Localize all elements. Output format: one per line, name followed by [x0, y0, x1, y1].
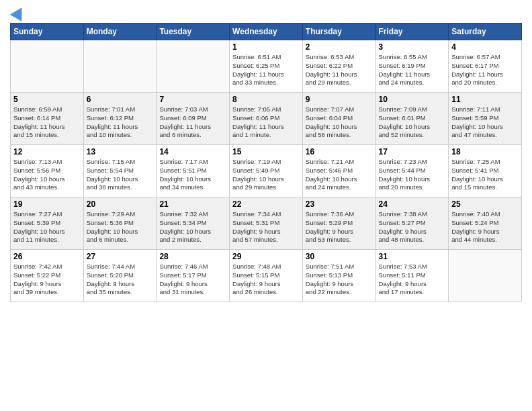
day-number: 31	[379, 252, 446, 261]
day-content: Sunrise: 7:48 AM Sunset: 5:15 PM Dayligh…	[232, 263, 300, 297]
day-number: 28	[159, 252, 226, 261]
day-number: 23	[306, 199, 373, 209]
day-content: Sunrise: 7:46 AM Sunset: 5:17 PM Dayligh…	[159, 263, 226, 297]
logo-arrow-icon	[10, 4, 28, 21]
day-number: 29	[232, 252, 300, 261]
calendar-cell	[449, 250, 522, 302]
calendar-cell: 1Sunrise: 6:51 AM Sunset: 6:25 PM Daylig…	[230, 40, 303, 93]
day-content: Sunrise: 7:05 AM Sunset: 6:06 PM Dayligh…	[232, 105, 300, 140]
day-number: 13	[87, 147, 154, 156]
calendar-week-row: 26Sunrise: 7:42 AM Sunset: 5:22 PM Dayli…	[11, 250, 522, 302]
day-number: 22	[232, 199, 300, 209]
calendar-cell: 26Sunrise: 7:42 AM Sunset: 5:22 PM Dayli…	[11, 250, 84, 302]
calendar-cell: 30Sunrise: 7:51 AM Sunset: 5:13 PM Dayli…	[302, 250, 375, 302]
day-content: Sunrise: 7:53 AM Sunset: 5:11 PM Dayligh…	[379, 263, 446, 297]
day-content: Sunrise: 7:15 AM Sunset: 5:54 PM Dayligh…	[87, 158, 154, 192]
calendar-cell: 11Sunrise: 7:11 AM Sunset: 5:59 PM Dayli…	[449, 93, 522, 145]
calendar-cell: 27Sunrise: 7:44 AM Sunset: 5:20 PM Dayli…	[83, 250, 157, 302]
calendar-cell: 15Sunrise: 7:19 AM Sunset: 5:49 PM Dayli…	[230, 145, 303, 197]
day-content: Sunrise: 7:29 AM Sunset: 5:36 PM Dayligh…	[87, 210, 154, 244]
day-number: 19	[13, 199, 81, 209]
calendar-cell: 29Sunrise: 7:48 AM Sunset: 5:15 PM Dayli…	[230, 250, 303, 302]
day-content: Sunrise: 7:19 AM Sunset: 5:49 PM Dayligh…	[232, 158, 300, 192]
calendar-week-row: 5Sunrise: 6:59 AM Sunset: 6:14 PM Daylig…	[11, 93, 522, 145]
day-content: Sunrise: 7:25 AM Sunset: 5:41 PM Dayligh…	[451, 158, 519, 192]
calendar-cell: 18Sunrise: 7:25 AM Sunset: 5:41 PM Dayli…	[449, 145, 522, 197]
calendar-cell: 22Sunrise: 7:34 AM Sunset: 5:31 PM Dayli…	[230, 197, 303, 250]
weekday-header-friday: Friday	[375, 24, 449, 40]
day-content: Sunrise: 7:36 AM Sunset: 5:29 PM Dayligh…	[306, 210, 373, 244]
day-content: Sunrise: 7:27 AM Sunset: 5:39 PM Dayligh…	[13, 210, 81, 244]
weekday-header-thursday: Thursday	[302, 24, 375, 40]
day-number: 12	[13, 147, 81, 156]
calendar-cell: 2Sunrise: 6:53 AM Sunset: 6:22 PM Daylig…	[302, 40, 375, 93]
calendar-cell: 16Sunrise: 7:21 AM Sunset: 5:46 PM Dayli…	[302, 145, 375, 197]
day-content: Sunrise: 7:09 AM Sunset: 6:01 PM Dayligh…	[379, 105, 446, 140]
calendar-week-row: 19Sunrise: 7:27 AM Sunset: 5:39 PM Dayli…	[11, 197, 522, 250]
day-content: Sunrise: 6:59 AM Sunset: 6:14 PM Dayligh…	[13, 105, 81, 140]
day-content: Sunrise: 7:44 AM Sunset: 5:20 PM Dayligh…	[87, 263, 154, 297]
calendar-cell: 9Sunrise: 7:07 AM Sunset: 6:04 PM Daylig…	[302, 93, 375, 145]
logo	[10, 7, 26, 17]
day-content: Sunrise: 7:32 AM Sunset: 5:34 PM Dayligh…	[159, 210, 226, 244]
calendar-cell: 10Sunrise: 7:09 AM Sunset: 6:01 PM Dayli…	[375, 93, 449, 145]
day-number: 1	[232, 42, 300, 52]
calendar-cell	[157, 40, 230, 93]
day-number: 6	[87, 95, 154, 104]
weekday-header-tuesday: Tuesday	[157, 24, 230, 40]
weekday-header-wednesday: Wednesday	[230, 24, 303, 40]
day-content: Sunrise: 7:03 AM Sunset: 6:09 PM Dayligh…	[159, 105, 226, 140]
day-number: 10	[379, 95, 446, 104]
day-number: 21	[159, 199, 226, 209]
day-content: Sunrise: 7:38 AM Sunset: 5:27 PM Dayligh…	[379, 210, 446, 244]
calendar-week-row: 1Sunrise: 6:51 AM Sunset: 6:25 PM Daylig…	[11, 40, 522, 93]
day-number: 14	[159, 147, 226, 156]
day-number: 5	[13, 95, 81, 104]
calendar-cell: 3Sunrise: 6:55 AM Sunset: 6:19 PM Daylig…	[375, 40, 449, 93]
calendar-cell: 7Sunrise: 7:03 AM Sunset: 6:09 PM Daylig…	[157, 93, 230, 145]
calendar-cell	[11, 40, 84, 93]
day-content: Sunrise: 7:07 AM Sunset: 6:04 PM Dayligh…	[306, 105, 373, 140]
day-number: 11	[451, 95, 519, 104]
day-number: 2	[306, 42, 373, 52]
day-number: 20	[87, 199, 154, 209]
weekday-header-sunday: Sunday	[11, 24, 84, 40]
day-content: Sunrise: 7:11 AM Sunset: 5:59 PM Dayligh…	[451, 105, 519, 140]
header	[10, 7, 522, 17]
weekday-header-monday: Monday	[83, 24, 157, 40]
day-number: 16	[306, 147, 373, 156]
calendar-cell: 21Sunrise: 7:32 AM Sunset: 5:34 PM Dayli…	[157, 197, 230, 250]
day-number: 17	[379, 147, 446, 156]
day-content: Sunrise: 7:23 AM Sunset: 5:44 PM Dayligh…	[379, 158, 446, 192]
day-content: Sunrise: 7:21 AM Sunset: 5:46 PM Dayligh…	[306, 158, 373, 192]
calendar-cell: 20Sunrise: 7:29 AM Sunset: 5:36 PM Dayli…	[83, 197, 157, 250]
calendar-cell: 23Sunrise: 7:36 AM Sunset: 5:29 PM Dayli…	[302, 197, 375, 250]
calendar-cell: 14Sunrise: 7:17 AM Sunset: 5:51 PM Dayli…	[157, 145, 230, 197]
day-number: 30	[306, 252, 373, 261]
day-number: 18	[451, 147, 519, 156]
calendar-cell: 25Sunrise: 7:40 AM Sunset: 5:24 PM Dayli…	[449, 197, 522, 250]
calendar-table: SundayMondayTuesdayWednesdayThursdayFrid…	[10, 23, 522, 302]
day-content: Sunrise: 7:17 AM Sunset: 5:51 PM Dayligh…	[159, 158, 226, 192]
day-number: 24	[379, 199, 446, 209]
day-number: 25	[451, 199, 519, 209]
day-number: 9	[306, 95, 373, 104]
weekday-header-saturday: Saturday	[449, 24, 522, 40]
calendar-cell: 6Sunrise: 7:01 AM Sunset: 6:12 PM Daylig…	[83, 93, 157, 145]
calendar-cell: 8Sunrise: 7:05 AM Sunset: 6:06 PM Daylig…	[230, 93, 303, 145]
page: SundayMondayTuesdayWednesdayThursdayFrid…	[0, 0, 532, 411]
calendar-cell: 19Sunrise: 7:27 AM Sunset: 5:39 PM Dayli…	[11, 197, 84, 250]
calendar-cell: 4Sunrise: 6:57 AM Sunset: 6:17 PM Daylig…	[449, 40, 522, 93]
calendar-cell: 17Sunrise: 7:23 AM Sunset: 5:44 PM Dayli…	[375, 145, 449, 197]
day-number: 26	[13, 252, 81, 261]
day-number: 27	[87, 252, 154, 261]
day-content: Sunrise: 7:40 AM Sunset: 5:24 PM Dayligh…	[451, 210, 519, 244]
day-number: 15	[232, 147, 300, 156]
day-number: 7	[159, 95, 226, 104]
day-content: Sunrise: 6:53 AM Sunset: 6:22 PM Dayligh…	[306, 53, 373, 87]
calendar-cell: 13Sunrise: 7:15 AM Sunset: 5:54 PM Dayli…	[83, 145, 157, 197]
day-content: Sunrise: 6:51 AM Sunset: 6:25 PM Dayligh…	[232, 53, 300, 87]
day-content: Sunrise: 7:13 AM Sunset: 5:56 PM Dayligh…	[13, 158, 81, 192]
calendar-cell: 5Sunrise: 6:59 AM Sunset: 6:14 PM Daylig…	[11, 93, 84, 145]
day-content: Sunrise: 6:57 AM Sunset: 6:17 PM Dayligh…	[451, 53, 519, 87]
